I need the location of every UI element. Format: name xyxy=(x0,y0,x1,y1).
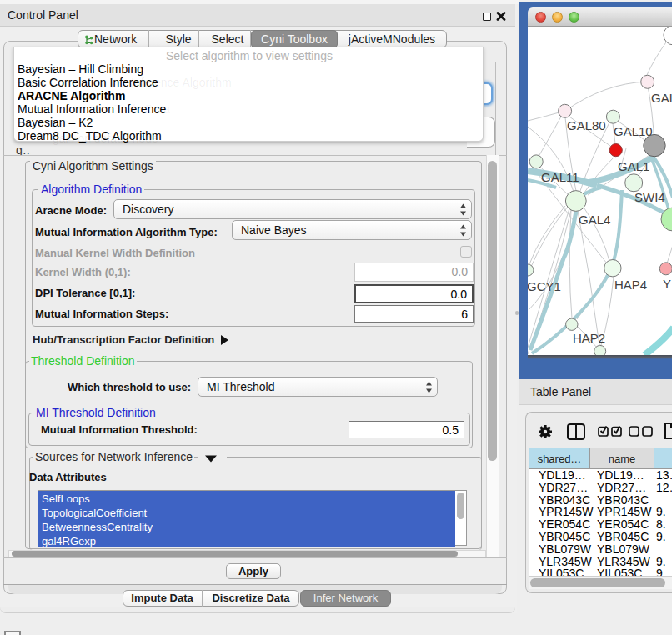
svg-text:Y: Y xyxy=(663,277,671,291)
svg-text:GAL1: GAL1 xyxy=(618,159,649,173)
svg-text:HAP4: HAP4 xyxy=(614,278,647,292)
svg-text:GAL4: GAL4 xyxy=(579,212,610,227)
svg-text:GCY1: GCY1 xyxy=(528,279,561,293)
svg-text:GAL10: GAL10 xyxy=(614,124,653,138)
svg-text:HAP2: HAP2 xyxy=(573,331,605,345)
svg-text:GAL7: GAL7 xyxy=(651,91,672,105)
svg-text:GAL80: GAL80 xyxy=(567,118,606,132)
svg-text:GAL11: GAL11 xyxy=(541,170,579,184)
svg-text:SWI4: SWI4 xyxy=(634,190,665,204)
